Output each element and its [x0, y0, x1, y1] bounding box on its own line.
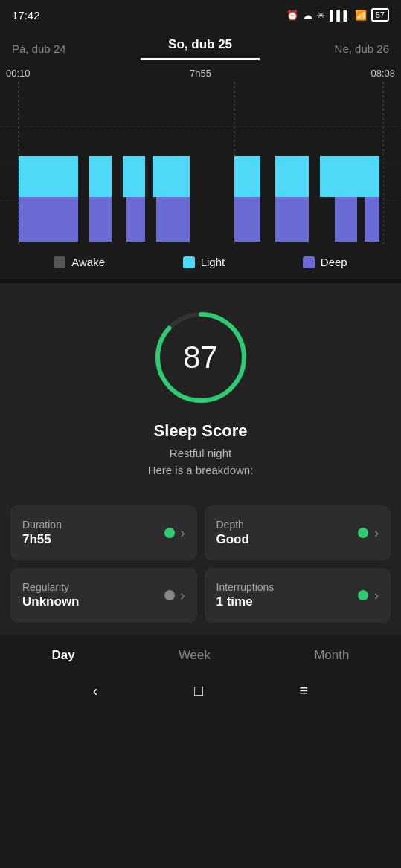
metric-info-regularity: Regularity Unknown: [22, 581, 80, 609]
chart-svg: [0, 82, 401, 245]
metric-dot-interruptions: [358, 590, 368, 600]
nav-week[interactable]: Week: [164, 645, 225, 666]
chart-area: [0, 82, 401, 245]
date-current[interactable]: So, dub 25: [141, 37, 260, 60]
status-time: 17:42: [12, 9, 40, 22]
chevron-regularity-icon: ›: [181, 588, 185, 603]
bottom-navigation: Day Week Month: [0, 635, 401, 673]
legend-light: Light: [183, 256, 225, 268]
chevron-depth-icon: ›: [374, 525, 379, 541]
deep-dot: [303, 256, 315, 268]
metric-card-duration[interactable]: Duration 7h55 ›: [10, 505, 197, 560]
alarm-icon: ⏰: [286, 10, 298, 21]
svg-rect-25: [379, 156, 383, 242]
metric-value-interruptions: 1 time: [216, 595, 275, 609]
light-label: Light: [201, 256, 225, 268]
menu-button[interactable]: ≡: [300, 682, 309, 699]
metric-dot-duration: [164, 528, 175, 538]
metric-right-regularity: ›: [164, 588, 185, 603]
metric-card-interruptions[interactable]: Interruptions 1 time ›: [205, 568, 391, 623]
svg-rect-24: [309, 156, 320, 242]
signal-icon: ▌▌▌: [330, 10, 350, 21]
status-bar: 17:42 ⏰ ☁ ✳ ▌▌▌ 📶 57: [0, 0, 401, 30]
metrics-grid: Duration 7h55 › Depth Good › Regularity …: [0, 493, 401, 635]
score-title: Sleep Score: [154, 421, 248, 441]
metric-info-interruptions: Interruptions 1 time: [216, 581, 275, 609]
metric-label-duration: Duration: [22, 519, 62, 531]
svg-rect-23: [260, 156, 275, 242]
svg-rect-15: [89, 156, 112, 197]
metric-value-duration: 7h55: [22, 532, 62, 547]
legend-deep: Deep: [303, 256, 347, 268]
chart-times: 00:10 7h55 08:08: [0, 68, 401, 79]
svg-rect-19: [320, 156, 379, 197]
svg-rect-12: [335, 197, 357, 242]
metric-label-regularity: Regularity: [22, 581, 80, 593]
svg-rect-20: [78, 156, 89, 242]
chart-time-end: 08:08: [370, 68, 395, 79]
cloud-icon: ☁: [303, 10, 312, 21]
svg-rect-21: [112, 156, 123, 242]
svg-rect-9: [156, 197, 190, 242]
status-icons: ⏰ ☁ ✳ ▌▌▌ 📶 57: [286, 8, 389, 22]
date-next[interactable]: Ne, dub 26: [335, 42, 389, 55]
metric-right-duration: ›: [164, 525, 185, 541]
metric-info-depth: Depth Good: [216, 519, 249, 547]
battery-icon: 57: [371, 8, 389, 22]
awake-label: Awake: [71, 256, 105, 268]
metric-value-regularity: Unknown: [22, 595, 80, 609]
date-navigation: Pá, dub 24 So, dub 25 Ne, dub 26: [0, 30, 401, 60]
svg-rect-7: [89, 197, 112, 242]
metric-label-interruptions: Interruptions: [216, 581, 275, 593]
chart-time-start: 00:10: [6, 68, 31, 79]
chevron-duration-icon: ›: [181, 525, 185, 541]
svg-rect-6: [19, 197, 78, 242]
score-number: 87: [183, 340, 218, 375]
svg-rect-22: [190, 156, 234, 242]
metric-label-depth: Depth: [216, 519, 249, 531]
svg-rect-14: [19, 156, 78, 197]
legend-awake: Awake: [54, 256, 105, 268]
metric-dot-depth: [358, 528, 368, 538]
metric-info-duration: Duration 7h55: [22, 519, 62, 547]
nav-month[interactable]: Month: [299, 645, 364, 666]
svg-rect-16: [123, 156, 145, 197]
sleep-chart: 00:10 7h55 08:08: [0, 60, 401, 245]
metric-value-depth: Good: [216, 532, 249, 547]
metric-right-depth: ›: [358, 525, 379, 541]
score-subtitle: Restful night Here is a breakdown:: [148, 445, 254, 479]
wifi-icon: 📶: [355, 10, 367, 21]
date-prev[interactable]: Pá, dub 24: [12, 42, 66, 55]
system-nav-bar: ‹ □ ≡: [0, 673, 401, 714]
score-section: 87 Sleep Score Restful night Here is a b…: [0, 283, 401, 493]
sleep-legend: Awake Light Deep: [0, 245, 401, 279]
metric-card-depth[interactable]: Depth Good ›: [205, 505, 391, 560]
light-dot: [183, 256, 195, 268]
metric-dot-regularity: [164, 590, 175, 600]
score-ring: 87: [149, 305, 253, 409]
svg-rect-17: [153, 156, 190, 197]
awake-dot: [54, 256, 65, 268]
svg-rect-10: [234, 197, 260, 242]
metric-right-interruptions: ›: [358, 588, 379, 603]
chevron-interruptions-icon: ›: [374, 588, 379, 603]
nav-day[interactable]: Day: [37, 645, 90, 666]
back-button[interactable]: ‹: [93, 682, 98, 699]
home-button[interactable]: □: [194, 682, 203, 699]
svg-rect-8: [126, 197, 145, 242]
deep-label: Deep: [321, 256, 347, 268]
chart-time-center: 7h55: [190, 68, 211, 79]
bluetooth-icon: ✳: [317, 10, 325, 21]
metric-card-regularity[interactable]: Regularity Unknown ›: [10, 568, 197, 623]
